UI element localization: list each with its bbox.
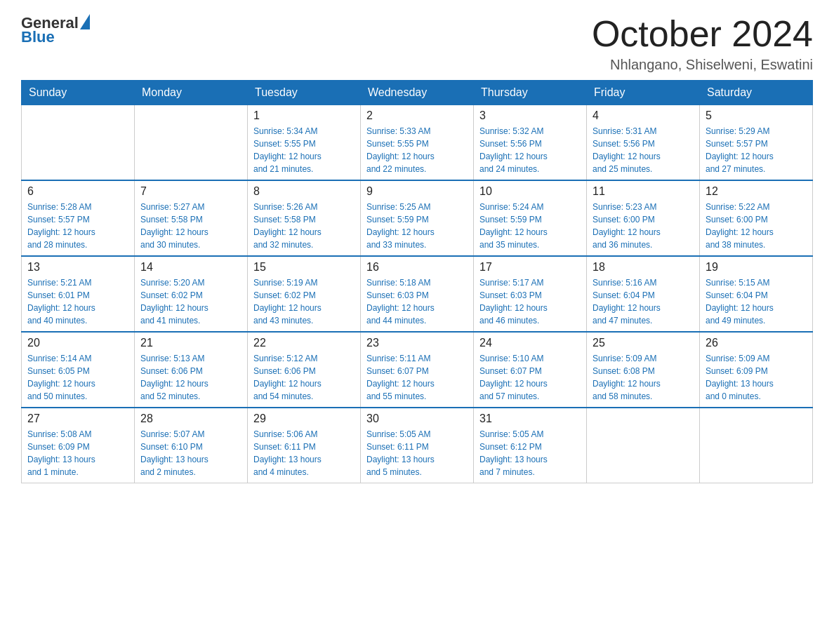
calendar-cell [587,408,700,483]
day-number: 12 [706,185,807,198]
day-info: Sunrise: 5:09 AM Sunset: 6:08 PM Dayligh… [593,352,694,403]
day-number: 24 [479,337,581,349]
day-number: 19 [706,261,807,274]
page-header: General Blue October 2024 Nhlangano, Shi… [21,14,813,73]
page-title: October 2024 [592,14,813,54]
day-number: 9 [366,185,468,198]
calendar-cell: 18Sunrise: 5:16 AM Sunset: 6:04 PM Dayli… [587,256,700,332]
calendar-cell: 13Sunrise: 5:21 AM Sunset: 6:01 PM Dayli… [22,256,135,332]
calendar-week-row: 20Sunrise: 5:14 AM Sunset: 6:05 PM Dayli… [22,332,813,408]
day-info: Sunrise: 5:27 AM Sunset: 5:58 PM Dayligh… [140,201,241,251]
day-info: Sunrise: 5:05 AM Sunset: 6:12 PM Dayligh… [479,428,581,478]
day-info: Sunrise: 5:28 AM Sunset: 5:57 PM Dayligh… [27,201,128,251]
day-number: 5 [706,109,807,122]
calendar-cell: 6Sunrise: 5:28 AM Sunset: 5:57 PM Daylig… [22,180,135,256]
day-info: Sunrise: 5:18 AM Sunset: 6:03 PM Dayligh… [366,276,468,327]
day-info: Sunrise: 5:07 AM Sunset: 6:10 PM Dayligh… [140,428,241,478]
day-number: 21 [140,337,241,349]
day-info: Sunrise: 5:09 AM Sunset: 6:09 PM Dayligh… [706,352,807,403]
calendar-cell: 12Sunrise: 5:22 AM Sunset: 6:00 PM Dayli… [700,180,813,256]
subtitle: Nhlangano, Shiselweni, Eswatini [592,57,813,73]
calendar-cell: 28Sunrise: 5:07 AM Sunset: 6:10 PM Dayli… [135,408,248,483]
calendar-cell: 7Sunrise: 5:27 AM Sunset: 5:58 PM Daylig… [135,180,248,256]
day-number: 26 [706,337,807,349]
calendar-cell: 3Sunrise: 5:32 AM Sunset: 5:56 PM Daylig… [474,105,587,181]
day-number: 2 [366,109,468,122]
day-number: 28 [140,412,241,425]
day-number: 18 [593,261,694,274]
column-header-friday: Friday [587,81,700,105]
day-info: Sunrise: 5:34 AM Sunset: 5:55 PM Dayligh… [253,125,355,175]
day-info: Sunrise: 5:17 AM Sunset: 6:03 PM Dayligh… [479,276,581,327]
logo[interactable]: General Blue [21,14,90,46]
calendar-cell: 1Sunrise: 5:34 AM Sunset: 5:55 PM Daylig… [248,105,361,181]
day-number: 22 [253,337,355,349]
day-number: 20 [27,337,128,349]
day-info: Sunrise: 5:11 AM Sunset: 6:07 PM Dayligh… [366,352,468,403]
calendar-cell: 24Sunrise: 5:10 AM Sunset: 6:07 PM Dayli… [474,332,587,408]
day-number: 14 [140,261,241,274]
day-info: Sunrise: 5:24 AM Sunset: 5:59 PM Dayligh… [479,201,581,251]
day-info: Sunrise: 5:26 AM Sunset: 5:58 PM Dayligh… [253,201,355,251]
calendar-week-row: 1Sunrise: 5:34 AM Sunset: 5:55 PM Daylig… [22,105,813,181]
calendar-cell: 15Sunrise: 5:19 AM Sunset: 6:02 PM Dayli… [248,256,361,332]
calendar-cell: 21Sunrise: 5:13 AM Sunset: 6:06 PM Dayli… [135,332,248,408]
day-number: 31 [479,412,581,425]
day-number: 11 [593,185,694,198]
day-info: Sunrise: 5:25 AM Sunset: 5:59 PM Dayligh… [366,201,468,251]
day-info: Sunrise: 5:19 AM Sunset: 6:02 PM Dayligh… [253,276,355,327]
calendar-cell: 17Sunrise: 5:17 AM Sunset: 6:03 PM Dayli… [474,256,587,332]
day-info: Sunrise: 5:21 AM Sunset: 6:01 PM Dayligh… [27,276,128,327]
calendar-cell: 29Sunrise: 5:06 AM Sunset: 6:11 PM Dayli… [248,408,361,483]
day-number: 10 [479,185,581,198]
day-info: Sunrise: 5:05 AM Sunset: 6:11 PM Dayligh… [366,428,468,478]
calendar-cell: 4Sunrise: 5:31 AM Sunset: 5:56 PM Daylig… [587,105,700,181]
title-block: October 2024 Nhlangano, Shiselweni, Eswa… [592,14,813,73]
day-number: 27 [27,412,128,425]
column-header-tuesday: Tuesday [248,81,361,105]
column-header-sunday: Sunday [22,81,135,105]
calendar-cell: 10Sunrise: 5:24 AM Sunset: 5:59 PM Dayli… [474,180,587,256]
logo-text-blue: Blue [21,28,55,46]
column-header-thursday: Thursday [474,81,587,105]
day-info: Sunrise: 5:33 AM Sunset: 5:55 PM Dayligh… [366,125,468,175]
calendar-week-row: 27Sunrise: 5:08 AM Sunset: 6:09 PM Dayli… [22,408,813,483]
calendar-cell: 19Sunrise: 5:15 AM Sunset: 6:04 PM Dayli… [700,256,813,332]
day-number: 8 [253,185,355,198]
calendar-cell: 22Sunrise: 5:12 AM Sunset: 6:06 PM Dayli… [248,332,361,408]
day-number: 25 [593,337,694,349]
calendar-week-row: 13Sunrise: 5:21 AM Sunset: 6:01 PM Dayli… [22,256,813,332]
day-info: Sunrise: 5:23 AM Sunset: 6:00 PM Dayligh… [593,201,694,251]
calendar-cell: 8Sunrise: 5:26 AM Sunset: 5:58 PM Daylig… [248,180,361,256]
day-number: 29 [253,412,355,425]
day-info: Sunrise: 5:12 AM Sunset: 6:06 PM Dayligh… [253,352,355,403]
day-number: 15 [253,261,355,274]
calendar-cell: 14Sunrise: 5:20 AM Sunset: 6:02 PM Dayli… [135,256,248,332]
column-header-wednesday: Wednesday [361,81,474,105]
day-info: Sunrise: 5:14 AM Sunset: 6:05 PM Dayligh… [27,352,128,403]
calendar-cell: 2Sunrise: 5:33 AM Sunset: 5:55 PM Daylig… [361,105,474,181]
calendar-cell: 25Sunrise: 5:09 AM Sunset: 6:08 PM Dayli… [587,332,700,408]
day-number: 17 [479,261,581,274]
day-info: Sunrise: 5:29 AM Sunset: 5:57 PM Dayligh… [706,125,807,175]
day-number: 30 [366,412,468,425]
calendar-table: SundayMondayTuesdayWednesdayThursdayFrid… [21,80,813,483]
day-info: Sunrise: 5:08 AM Sunset: 6:09 PM Dayligh… [27,428,128,478]
day-info: Sunrise: 5:20 AM Sunset: 6:02 PM Dayligh… [140,276,241,327]
calendar-cell [135,105,248,181]
calendar-cell: 31Sunrise: 5:05 AM Sunset: 6:12 PM Dayli… [474,408,587,483]
calendar-cell [700,408,813,483]
day-number: 16 [366,261,468,274]
calendar-cell: 26Sunrise: 5:09 AM Sunset: 6:09 PM Dayli… [700,332,813,408]
calendar-cell: 11Sunrise: 5:23 AM Sunset: 6:00 PM Dayli… [587,180,700,256]
day-number: 6 [27,185,128,198]
calendar-cell: 30Sunrise: 5:05 AM Sunset: 6:11 PM Dayli… [361,408,474,483]
day-number: 23 [366,337,468,349]
day-number: 13 [27,261,128,274]
calendar-cell: 20Sunrise: 5:14 AM Sunset: 6:05 PM Dayli… [22,332,135,408]
day-info: Sunrise: 5:13 AM Sunset: 6:06 PM Dayligh… [140,352,241,403]
calendar-header-row: SundayMondayTuesdayWednesdayThursdayFrid… [22,81,813,105]
day-info: Sunrise: 5:06 AM Sunset: 6:11 PM Dayligh… [253,428,355,478]
day-number: 1 [253,109,355,122]
calendar-cell: 16Sunrise: 5:18 AM Sunset: 6:03 PM Dayli… [361,256,474,332]
